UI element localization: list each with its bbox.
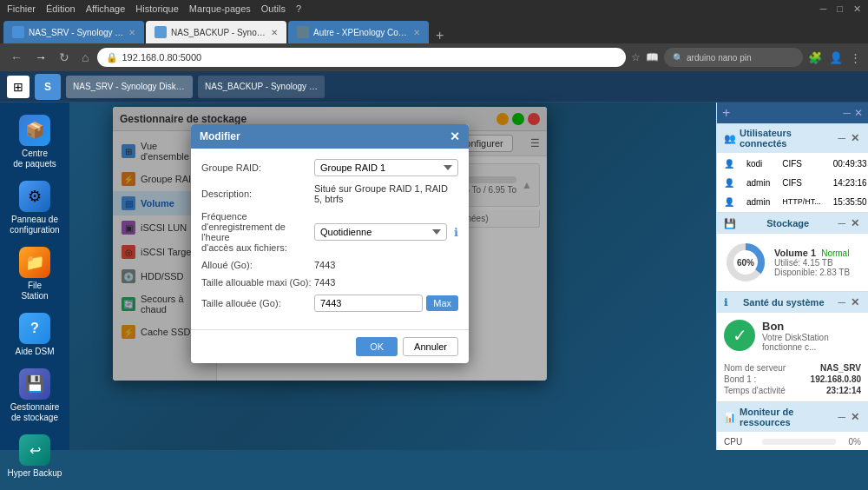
storage-panel-minimize[interactable]: ─ bbox=[836, 217, 847, 229]
rp-min-icon[interactable]: ─ bbox=[843, 107, 851, 119]
users-table: 👤 kodi CIFS 00:49:33 ⊘ 👤 admin CIFS 14:2… bbox=[717, 153, 868, 212]
icon-panneau-config[interactable]: ⚙ Panneau deconfiguration bbox=[3, 177, 66, 239]
health-panel-close[interactable]: ✕ bbox=[849, 296, 861, 308]
form-groupe-raid: Groupe RAID: Groupe RAID 1 bbox=[201, 159, 458, 176]
menu-edition[interactable]: Édition bbox=[46, 3, 76, 14]
window-maximize[interactable]: □ bbox=[837, 3, 843, 14]
info-icon[interactable]: ℹ bbox=[454, 226, 458, 239]
groupe-raid-select[interactable]: Groupe RAID 1 bbox=[314, 159, 458, 176]
users-panel-minimize[interactable]: ─ bbox=[836, 132, 847, 144]
menu-historique[interactable]: Historique bbox=[135, 3, 179, 14]
users-section-header: 👥 Utilisateurs connectés ─ ✕ bbox=[717, 123, 868, 153]
storage-section-header: 💾 Stockage ─ ✕ bbox=[717, 213, 868, 234]
icon-label-packages: Centrede paquets bbox=[13, 149, 56, 169]
monitor-cpu-bar bbox=[762, 439, 836, 445]
health-text: Bon Votre DiskStation fonctionne c... bbox=[762, 320, 861, 352]
dialog-title: Modifier bbox=[200, 130, 240, 142]
monitor-header-title: Moniteur de ressources bbox=[740, 407, 836, 427]
dsm-window: Gestionnaire de stockage ⊞ Vue d'ensembl… bbox=[113, 107, 547, 381]
taille-allouee-input[interactable] bbox=[314, 295, 423, 312]
menu-marquepages[interactable]: Marque-pages bbox=[189, 3, 251, 14]
extensions-icon[interactable]: 🧩 bbox=[808, 51, 822, 64]
monitor-panel-close[interactable]: ✕ bbox=[849, 411, 861, 423]
icon-hyper-backup[interactable]: ↩ Hyper Backup bbox=[3, 431, 66, 482]
storage-avail: Disponible: 2.83 TB bbox=[774, 268, 861, 277]
address-text: 192.168.0.80:5000 bbox=[122, 52, 201, 63]
browser-chrome: Fichier Édition Affichage Historique Mar… bbox=[0, 0, 868, 71]
dialog-titlebar: Modifier ✕ bbox=[191, 124, 469, 149]
storage-header-title: Stockage bbox=[766, 218, 809, 228]
tab-xpenology[interactable]: Autre - XPEnology Community ✕ bbox=[288, 21, 429, 43]
taskbar-app-nas-backup[interactable]: NAS_BACKUP - Synology Di... bbox=[198, 76, 325, 98]
menu-help[interactable]: ? bbox=[296, 3, 301, 14]
window-close[interactable]: ✕ bbox=[853, 3, 861, 15]
health-status-label: Bon bbox=[762, 320, 861, 333]
user-type: CIFS bbox=[777, 155, 826, 172]
address-bar[interactable]: 🔒 192.168.0.80:5000 bbox=[97, 48, 626, 67]
health-header-title: Santé du système bbox=[743, 297, 825, 308]
form-taille-allouee: Taille allouée (Go): Max bbox=[201, 295, 458, 312]
dialog-close-button[interactable]: ✕ bbox=[450, 129, 460, 143]
user-row-kodi: 👤 kodi CIFS 00:49:33 ⊘ bbox=[719, 155, 868, 172]
frequence-select[interactable]: Quotidienne bbox=[314, 223, 447, 241]
window-minimize[interactable]: ─ bbox=[820, 3, 827, 14]
user-time: 14:23:16 bbox=[828, 174, 868, 191]
health-panel-minimize[interactable]: ─ bbox=[836, 296, 847, 308]
tab-close-nas-backup[interactable]: ✕ bbox=[271, 28, 278, 37]
storage-panel-close[interactable]: ✕ bbox=[849, 217, 861, 229]
icon-file-station[interactable]: 📁 FileStation bbox=[3, 243, 66, 305]
health-uptime: Temps d'activité 23:12:14 bbox=[724, 385, 861, 396]
storage-used: Utilisé: 4.15 TB bbox=[774, 258, 861, 268]
reader-icon[interactable]: 📖 bbox=[646, 51, 659, 63]
panel-icon: ⚙ bbox=[19, 181, 50, 212]
forward-button[interactable]: → bbox=[31, 49, 50, 66]
max-button[interactable]: Max bbox=[426, 295, 458, 311]
groupe-raid-label: Groupe RAID: bbox=[201, 162, 314, 173]
monitor-section-header: 📊 Moniteur de ressources ─ ✕ bbox=[717, 402, 868, 432]
cancel-button[interactable]: Annuler bbox=[403, 337, 458, 356]
monitor-content: CPU 0% RAM 8% Bond 1 - ▲ 232 Kb/s bbox=[717, 432, 868, 450]
ok-button[interactable]: OK bbox=[356, 337, 398, 356]
taskbar: ⊞ S NAS_SRV - Synology DiskSt... NAS_BAC… bbox=[0, 71, 868, 103]
menu-fichier[interactable]: Fichier bbox=[7, 3, 36, 14]
monitor-ram-label: RAM bbox=[724, 449, 759, 450]
rp-close-icon[interactable]: ✕ bbox=[854, 107, 863, 119]
tab-close-nas-srv[interactable]: ✕ bbox=[128, 28, 135, 37]
users-section: 👥 Utilisateurs connectés ─ ✕ 👤 kodi CIFS… bbox=[717, 123, 868, 213]
profile-icon[interactable]: 👤 bbox=[829, 51, 843, 64]
health-status-icon: ✓ bbox=[724, 320, 755, 351]
storage-icon: 💾 bbox=[19, 368, 50, 400]
search-text: arduino nano pin bbox=[687, 53, 752, 63]
users-header-icon: 👥 bbox=[724, 133, 736, 144]
taille-allouee-label: Taille allouée (Go): bbox=[201, 298, 314, 308]
icon-moniteur[interactable]: 📊 Moniteurde ressources bbox=[3, 487, 66, 490]
menu-affichage[interactable]: Affichage bbox=[86, 3, 126, 14]
rp-plus-icon[interactable]: + bbox=[722, 105, 730, 121]
refresh-button[interactable]: ↻ bbox=[56, 49, 73, 66]
storage-donut: 60% bbox=[724, 241, 767, 284]
user-icon: 👤 bbox=[719, 155, 740, 172]
bookmark-icon[interactable]: ☆ bbox=[631, 51, 641, 63]
users-panel-close[interactable]: ✕ bbox=[849, 132, 861, 144]
home-button[interactable]: ⌂ bbox=[78, 49, 92, 66]
taskbar-app-nas-srv[interactable]: NAS_SRV - Synology DiskSt... bbox=[66, 76, 193, 98]
frequence-label: Fréquence d'enregistrement de l'heure d'… bbox=[201, 211, 314, 253]
tab-nas-backup[interactable]: NAS_BACKUP - Synology Di... ✕ bbox=[146, 21, 286, 43]
settings-icon[interactable]: ⋮ bbox=[850, 51, 861, 64]
tab-nas-srv[interactable]: NAS_SRV - Synology Disk.... ✕ bbox=[3, 21, 144, 43]
new-tab-button[interactable]: + bbox=[431, 28, 449, 43]
back-button[interactable]: ← bbox=[7, 49, 26, 66]
start-button[interactable]: ⊞ bbox=[7, 76, 30, 98]
browser-addressbar: ← → ↻ ⌂ 🔒 192.168.0.80:5000 ☆ 📖 🔍 arduin… bbox=[0, 43, 868, 71]
icon-centre-paquets[interactable]: 📦 Centrede paquets bbox=[3, 111, 66, 173]
icon-aide-dsm[interactable]: ? Aide DSM bbox=[3, 309, 66, 361]
icon-gestionnaire-stockage[interactable]: 💾 Gestionnairede stockage bbox=[3, 365, 66, 427]
monitor-header-icon: 📊 bbox=[724, 412, 736, 423]
monitor-panel-minimize[interactable]: ─ bbox=[836, 411, 847, 423]
tab-close-xpenology[interactable]: ✕ bbox=[413, 28, 420, 37]
search-box[interactable]: 🔍 arduino nano pin bbox=[664, 48, 803, 67]
synology-icon[interactable]: S bbox=[35, 74, 61, 100]
description-value: Situé sur Groupe RAID 1, RAID 5, btrfs bbox=[314, 183, 458, 204]
form-taille-max: Taille allouable maxi (Go): 7443 bbox=[201, 277, 458, 288]
menu-outils[interactable]: Outils bbox=[261, 3, 286, 14]
